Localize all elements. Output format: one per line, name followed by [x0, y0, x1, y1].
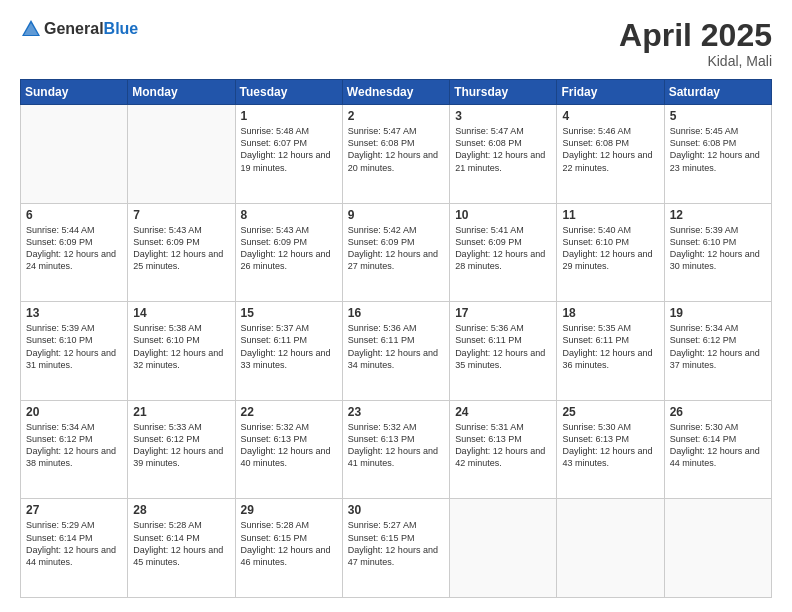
- sunrise: Sunrise: 5:43 AM: [241, 224, 337, 236]
- sunrise: Sunrise: 5:27 AM: [348, 519, 444, 531]
- daylight: Daylight: 12 hours and 37 minutes.: [670, 347, 766, 371]
- day-number: 4: [562, 109, 658, 123]
- col-tuesday: Tuesday: [235, 80, 342, 105]
- day-info: Sunrise: 5:36 AMSunset: 6:11 PMDaylight:…: [455, 322, 551, 371]
- calendar-cell: 25Sunrise: 5:30 AMSunset: 6:13 PMDayligh…: [557, 400, 664, 499]
- calendar-cell: [21, 105, 128, 204]
- day-info: Sunrise: 5:27 AMSunset: 6:15 PMDaylight:…: [348, 519, 444, 568]
- calendar-cell: 29Sunrise: 5:28 AMSunset: 6:15 PMDayligh…: [235, 499, 342, 598]
- day-number: 10: [455, 208, 551, 222]
- day-info: Sunrise: 5:30 AMSunset: 6:13 PMDaylight:…: [562, 421, 658, 470]
- calendar-cell: 16Sunrise: 5:36 AMSunset: 6:11 PMDayligh…: [342, 302, 449, 401]
- sunrise: Sunrise: 5:30 AM: [562, 421, 658, 433]
- day-number: 20: [26, 405, 122, 419]
- sunrise: Sunrise: 5:29 AM: [26, 519, 122, 531]
- sunrise: Sunrise: 5:48 AM: [241, 125, 337, 137]
- calendar-cell: 6Sunrise: 5:44 AMSunset: 6:09 PMDaylight…: [21, 203, 128, 302]
- sunrise: Sunrise: 5:41 AM: [455, 224, 551, 236]
- calendar-title: April 2025: [619, 18, 772, 53]
- day-number: 23: [348, 405, 444, 419]
- daylight: Daylight: 12 hours and 40 minutes.: [241, 445, 337, 469]
- calendar-cell: 24Sunrise: 5:31 AMSunset: 6:13 PMDayligh…: [450, 400, 557, 499]
- day-info: Sunrise: 5:30 AMSunset: 6:14 PMDaylight:…: [670, 421, 766, 470]
- daylight: Daylight: 12 hours and 38 minutes.: [26, 445, 122, 469]
- sunset: Sunset: 6:15 PM: [348, 532, 444, 544]
- calendar-cell: 8Sunrise: 5:43 AMSunset: 6:09 PMDaylight…: [235, 203, 342, 302]
- calendar-week-1: 1Sunrise: 5:48 AMSunset: 6:07 PMDaylight…: [21, 105, 772, 204]
- sunrise: Sunrise: 5:43 AM: [133, 224, 229, 236]
- calendar-cell: [557, 499, 664, 598]
- sunrise: Sunrise: 5:34 AM: [670, 322, 766, 334]
- day-info: Sunrise: 5:28 AMSunset: 6:15 PMDaylight:…: [241, 519, 337, 568]
- calendar-cell: 7Sunrise: 5:43 AMSunset: 6:09 PMDaylight…: [128, 203, 235, 302]
- calendar-cell: 27Sunrise: 5:29 AMSunset: 6:14 PMDayligh…: [21, 499, 128, 598]
- daylight: Daylight: 12 hours and 21 minutes.: [455, 149, 551, 173]
- day-number: 16: [348, 306, 444, 320]
- day-number: 1: [241, 109, 337, 123]
- daylight: Daylight: 12 hours and 36 minutes.: [562, 347, 658, 371]
- sunset: Sunset: 6:11 PM: [348, 334, 444, 346]
- day-info: Sunrise: 5:47 AMSunset: 6:08 PMDaylight:…: [455, 125, 551, 174]
- sunset: Sunset: 6:11 PM: [562, 334, 658, 346]
- sunrise: Sunrise: 5:38 AM: [133, 322, 229, 334]
- calendar-cell: 12Sunrise: 5:39 AMSunset: 6:10 PMDayligh…: [664, 203, 771, 302]
- day-info: Sunrise: 5:46 AMSunset: 6:08 PMDaylight:…: [562, 125, 658, 174]
- sunset: Sunset: 6:13 PM: [562, 433, 658, 445]
- calendar-cell: 13Sunrise: 5:39 AMSunset: 6:10 PMDayligh…: [21, 302, 128, 401]
- logo-icon: [20, 18, 42, 40]
- daylight: Daylight: 12 hours and 42 minutes.: [455, 445, 551, 469]
- sunrise: Sunrise: 5:39 AM: [670, 224, 766, 236]
- day-info: Sunrise: 5:43 AMSunset: 6:09 PMDaylight:…: [241, 224, 337, 273]
- sunrise: Sunrise: 5:45 AM: [670, 125, 766, 137]
- sunset: Sunset: 6:12 PM: [26, 433, 122, 445]
- sunrise: Sunrise: 5:47 AM: [455, 125, 551, 137]
- sunset: Sunset: 6:10 PM: [670, 236, 766, 248]
- calendar-cell: 20Sunrise: 5:34 AMSunset: 6:12 PMDayligh…: [21, 400, 128, 499]
- daylight: Daylight: 12 hours and 19 minutes.: [241, 149, 337, 173]
- daylight: Daylight: 12 hours and 44 minutes.: [26, 544, 122, 568]
- daylight: Daylight: 12 hours and 26 minutes.: [241, 248, 337, 272]
- daylight: Daylight: 12 hours and 23 minutes.: [670, 149, 766, 173]
- day-number: 13: [26, 306, 122, 320]
- calendar-cell: 14Sunrise: 5:38 AMSunset: 6:10 PMDayligh…: [128, 302, 235, 401]
- sunset: Sunset: 6:14 PM: [133, 532, 229, 544]
- day-info: Sunrise: 5:32 AMSunset: 6:13 PMDaylight:…: [241, 421, 337, 470]
- sunset: Sunset: 6:13 PM: [348, 433, 444, 445]
- calendar-header-row: Sunday Monday Tuesday Wednesday Thursday…: [21, 80, 772, 105]
- daylight: Daylight: 12 hours and 46 minutes.: [241, 544, 337, 568]
- day-info: Sunrise: 5:38 AMSunset: 6:10 PMDaylight:…: [133, 322, 229, 371]
- calendar-cell: 10Sunrise: 5:41 AMSunset: 6:09 PMDayligh…: [450, 203, 557, 302]
- day-number: 26: [670, 405, 766, 419]
- col-thursday: Thursday: [450, 80, 557, 105]
- day-info: Sunrise: 5:39 AMSunset: 6:10 PMDaylight:…: [670, 224, 766, 273]
- header: GeneralBlue April 2025 Kidal, Mali: [20, 18, 772, 69]
- calendar-cell: 5Sunrise: 5:45 AMSunset: 6:08 PMDaylight…: [664, 105, 771, 204]
- calendar-cell: 18Sunrise: 5:35 AMSunset: 6:11 PMDayligh…: [557, 302, 664, 401]
- calendar-location: Kidal, Mali: [619, 53, 772, 69]
- sunrise: Sunrise: 5:28 AM: [133, 519, 229, 531]
- day-number: 22: [241, 405, 337, 419]
- daylight: Daylight: 12 hours and 35 minutes.: [455, 347, 551, 371]
- day-info: Sunrise: 5:33 AMSunset: 6:12 PMDaylight:…: [133, 421, 229, 470]
- calendar-cell: 4Sunrise: 5:46 AMSunset: 6:08 PMDaylight…: [557, 105, 664, 204]
- col-sunday: Sunday: [21, 80, 128, 105]
- day-number: 7: [133, 208, 229, 222]
- day-number: 2: [348, 109, 444, 123]
- daylight: Daylight: 12 hours and 29 minutes.: [562, 248, 658, 272]
- sunset: Sunset: 6:10 PM: [26, 334, 122, 346]
- calendar-week-3: 13Sunrise: 5:39 AMSunset: 6:10 PMDayligh…: [21, 302, 772, 401]
- daylight: Daylight: 12 hours and 34 minutes.: [348, 347, 444, 371]
- sunrise: Sunrise: 5:36 AM: [455, 322, 551, 334]
- daylight: Daylight: 12 hours and 27 minutes.: [348, 248, 444, 272]
- daylight: Daylight: 12 hours and 47 minutes.: [348, 544, 444, 568]
- col-monday: Monday: [128, 80, 235, 105]
- logo-general: General: [44, 20, 104, 37]
- day-info: Sunrise: 5:32 AMSunset: 6:13 PMDaylight:…: [348, 421, 444, 470]
- day-number: 17: [455, 306, 551, 320]
- day-number: 30: [348, 503, 444, 517]
- calendar-cell: 30Sunrise: 5:27 AMSunset: 6:15 PMDayligh…: [342, 499, 449, 598]
- sunset: Sunset: 6:08 PM: [455, 137, 551, 149]
- calendar-cell: 2Sunrise: 5:47 AMSunset: 6:08 PMDaylight…: [342, 105, 449, 204]
- daylight: Daylight: 12 hours and 24 minutes.: [26, 248, 122, 272]
- sunrise: Sunrise: 5:44 AM: [26, 224, 122, 236]
